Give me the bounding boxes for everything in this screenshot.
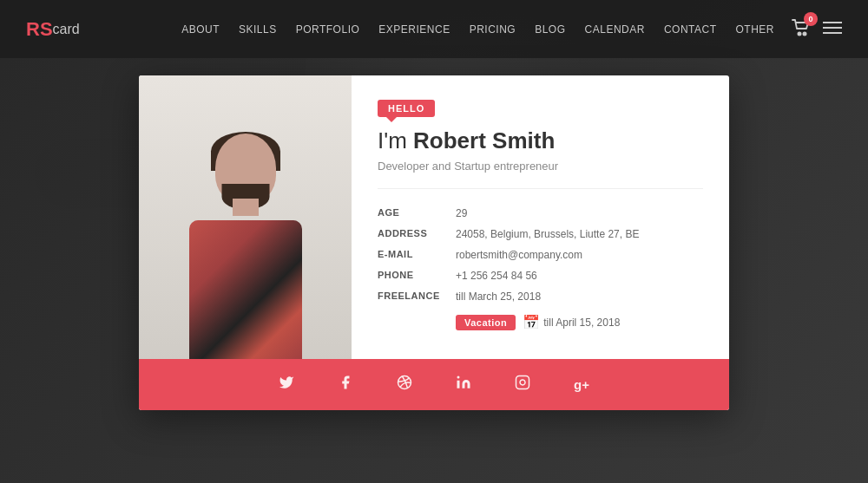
name-prefix: I'm	[378, 127, 413, 153]
person-neck	[233, 199, 259, 216]
logo-rs: RS	[26, 18, 53, 41]
person-figure	[159, 125, 332, 359]
svg-rect-7	[516, 376, 529, 389]
value-freelance: till March 25, 2018	[456, 286, 703, 307]
nav-calendar[interactable]: CALENDAR	[585, 23, 645, 36]
svg-point-1	[804, 32, 806, 35]
label-freelance: FREELANCE	[378, 286, 456, 307]
facebook-icon[interactable]	[338, 375, 353, 395]
label-phone: PHONE	[378, 265, 456, 286]
label-email: E-MAIL	[378, 245, 456, 265]
info-table: AGE 29 ADDRESS 24058, Belgium, Brussels,…	[378, 203, 703, 335]
nav-portfolio[interactable]: PORTFOLIO	[296, 23, 360, 36]
navbar: RScard ABOUT SKILLS PORTFOLIO EXPERIENCE…	[0, 0, 868, 58]
value-address: 24058, Belgium, Brussels, Liutte 27, BE	[456, 224, 703, 245]
calendar-icon: 📅	[523, 314, 540, 330]
table-row: FREELANCE till March 25, 2018	[378, 286, 703, 307]
nav-icons: 0	[792, 19, 842, 40]
person-body	[189, 220, 302, 359]
main-area: HELLO I'm Robert Smith Developer and Sta…	[0, 58, 868, 410]
googleplus-icon[interactable]: g+	[574, 377, 589, 392]
hello-badge: HELLO	[378, 100, 435, 117]
vacation-cell: Vacation 📅 till April 15, 2018	[456, 307, 703, 335]
nav-about[interactable]: ABOUT	[181, 23, 220, 36]
vacation-row: Vacation 📅 till April 15, 2018	[378, 307, 703, 335]
logo[interactable]: RScard	[26, 18, 80, 41]
card-info: HELLO I'm Robert Smith Developer and Sta…	[352, 75, 729, 359]
profile-card: HELLO I'm Robert Smith Developer and Sta…	[139, 75, 729, 410]
person-subtitle: Developer and Startup entrepreneur	[378, 160, 703, 173]
label-address: ADDRESS	[378, 224, 456, 245]
cart-button[interactable]: 0	[792, 19, 811, 40]
nav-links: ABOUT SKILLS PORTFOLIO EXPERIENCE PRICIN…	[181, 23, 774, 36]
dribbble-icon[interactable]	[397, 375, 412, 395]
profile-photo	[139, 75, 352, 359]
svg-point-6	[457, 376, 460, 379]
nav-skills[interactable]: SKILLS	[239, 23, 277, 36]
nav-experience[interactable]: EXPERIENCE	[378, 23, 450, 36]
nav-contact[interactable]: CONTACT	[664, 23, 717, 36]
social-footer: g+	[139, 359, 729, 410]
card-body: HELLO I'm Robert Smith Developer and Sta…	[139, 75, 729, 359]
name-bold: Robert Smith	[413, 127, 555, 153]
linkedin-icon[interactable]	[456, 375, 471, 395]
info-divider	[378, 188, 703, 189]
value-email: robertsmith@company.com	[456, 245, 703, 265]
svg-point-0	[799, 32, 801, 35]
label-age: AGE	[378, 203, 456, 224]
table-row: PHONE +1 256 254 84 56	[378, 265, 703, 286]
menu-button[interactable]	[823, 21, 842, 38]
value-phone: +1 256 254 84 56	[456, 265, 703, 286]
twitter-icon[interactable]	[279, 375, 294, 395]
cart-badge: 0	[804, 12, 818, 26]
logo-card-text: card	[53, 22, 80, 37]
table-row: AGE 29	[378, 203, 703, 224]
table-row: ADDRESS 24058, Belgium, Brussels, Liutte…	[378, 224, 703, 245]
instagram-icon[interactable]	[515, 375, 530, 395]
hamburger-icon	[823, 21, 842, 35]
person-name-line: I'm Robert Smith	[378, 127, 703, 154]
nav-other[interactable]: OTHER	[736, 23, 775, 36]
vacation-badge: Vacation	[456, 315, 516, 330]
vacation-date: till April 15, 2018	[543, 317, 620, 329]
value-age: 29	[456, 203, 703, 224]
nav-blog[interactable]: BLOG	[535, 23, 565, 36]
nav-pricing[interactable]: PRICING	[470, 23, 516, 36]
table-row: E-MAIL robertsmith@company.com	[378, 245, 703, 265]
label-vacation	[378, 307, 456, 335]
